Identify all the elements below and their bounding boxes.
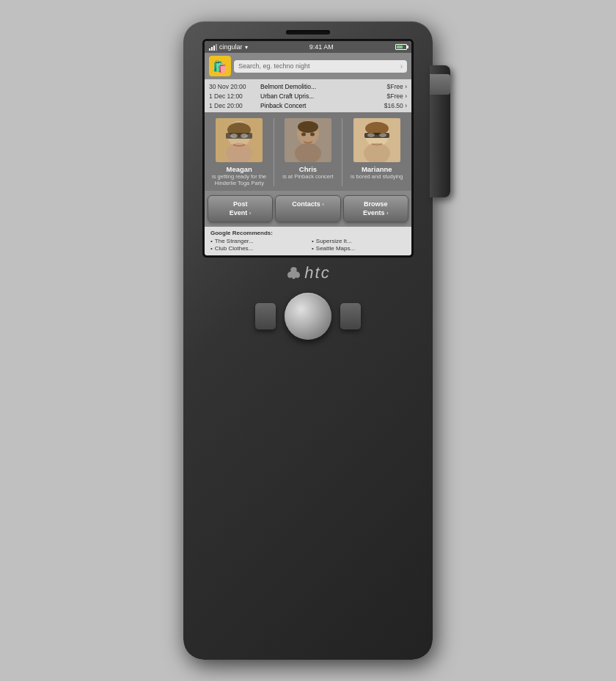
friend-name-marianne: Marianne [362, 165, 392, 173]
signal-bars-icon [209, 44, 217, 51]
avatar-meagan [216, 118, 263, 162]
svg-point-9 [298, 121, 318, 133]
flap-button[interactable] [430, 74, 450, 95]
bag-icon: 🛍️ [209, 56, 231, 76]
friends-section: Meagan is getting ready for the Hinderli… [205, 112, 411, 191]
phone-device: cingular ▾ 9:41 AM 🛍️ Search, eg. techno… [183, 21, 433, 660]
event-price: $Free › [387, 83, 407, 90]
avatar-marianne [353, 118, 400, 162]
friend-name-meagan: Meagan [227, 165, 252, 173]
google-cols: • The Stranger... • Club Clothes... • Su… [210, 238, 406, 252]
contacts-label: Contacts › [279, 200, 337, 209]
svg-rect-3 [226, 133, 252, 139]
svg-point-18 [379, 133, 386, 137]
battery-icon [395, 44, 407, 50]
htc-logo: htc [285, 263, 330, 283]
svg-point-17 [367, 133, 375, 137]
event-date: 30 Nov 20:00 [209, 83, 260, 90]
event-name: Urban Craft Upris... [260, 92, 387, 100]
nav-left-button[interactable] [255, 303, 276, 329]
svg-point-4 [230, 134, 238, 138]
event-name: Belmont Demolitio... [260, 83, 387, 90]
friend-card-chris[interactable]: Chris is at Pinback concert [279, 118, 337, 186]
google-item[interactable]: • Supersize It... [312, 238, 406, 244]
event-date: 1 Dec 20:00 [209, 102, 260, 109]
wifi-icon: ▾ [245, 44, 248, 51]
post-event-label: PostEvent › [211, 200, 269, 217]
screen-bezel: cingular ▾ 9:41 AM 🛍️ Search, eg. techno… [202, 39, 414, 258]
browse-events-label: BrowseEvents › [347, 200, 405, 217]
phone-top-area [183, 21, 433, 39]
status-bar: cingular ▾ 9:41 AM [205, 41, 411, 53]
google-section: Google Recommends: • The Stranger... • C… [205, 227, 411, 255]
phone-nav [183, 287, 433, 346]
events-list: 30 Nov 20:00 Belmont Demolitio... $Free … [205, 79, 411, 112]
friend-status-meagan: is getting ready for the Hinderlie Toga … [210, 173, 268, 186]
friend-name-chris: Chris [299, 165, 317, 173]
post-event-button[interactable]: PostEvent › [208, 195, 273, 222]
contacts-button[interactable]: Contacts › [275, 195, 340, 222]
svg-point-12 [310, 133, 315, 136]
event-date: 1 Dec 12:00 [209, 92, 260, 100]
bullet-icon: • [210, 245, 213, 252]
speaker [286, 30, 330, 34]
action-buttons: PostEvent › Contacts › BrowseEvents › [205, 191, 411, 227]
google-item[interactable]: • The Stranger... [210, 238, 304, 244]
bullet-icon: • [312, 245, 314, 252]
search-bar: 🛍️ Search, eg. techno night › [205, 53, 411, 79]
search-placeholder: Search, eg. techno night [238, 62, 310, 70]
carrier-label: cingular [219, 43, 243, 51]
search-arrow-icon: › [400, 62, 403, 70]
google-item-text: Club Clothes... [215, 245, 253, 252]
event-row[interactable]: 1 Dec 20:00 Pinback Concert $16.50 › [209, 101, 407, 110]
event-price: $Free › [387, 92, 407, 100]
google-item[interactable]: • Seattle Maps... [312, 245, 406, 252]
google-col-1: • The Stranger... • Club Clothes... [210, 238, 304, 252]
nav-center-button[interactable] [285, 293, 331, 340]
friend-status-marianne: is bored and studying [351, 173, 403, 180]
time-display: 9:41 AM [309, 43, 334, 51]
status-left: cingular ▾ [209, 43, 248, 51]
friend-status-chris: is at Pinback concert [282, 173, 333, 180]
google-item[interactable]: • Club Clothes... [210, 245, 304, 252]
svg-point-5 [241, 134, 248, 138]
friends-grid: Meagan is getting ready for the Hinderli… [208, 118, 408, 186]
search-input[interactable]: Search, eg. techno night › [234, 60, 407, 73]
phone-flap [430, 65, 450, 197]
nav-right-button[interactable] [340, 303, 361, 329]
friend-divider [342, 118, 342, 186]
event-price: $16.50 › [384, 102, 407, 109]
event-row[interactable]: 30 Nov 20:00 Belmont Demolitio... $Free … [209, 81, 407, 91]
bullet-icon: • [210, 238, 213, 244]
bullet-icon: • [312, 238, 314, 244]
friend-card-marianne[interactable]: Marianne is bored and studying [348, 118, 406, 186]
google-title: Google Recommends: [210, 230, 406, 236]
friend-divider [274, 118, 274, 186]
phone-middle: htc [183, 258, 433, 287]
brand-text: htc [304, 263, 330, 283]
google-item-text: The Stranger... [215, 238, 254, 244]
svg-point-11 [301, 133, 306, 136]
phone-screen: cingular ▾ 9:41 AM 🛍️ Search, eg. techno… [205, 41, 411, 255]
google-item-text: Supersize It... [316, 238, 352, 244]
google-item-text: Seattle Maps... [316, 245, 355, 252]
event-name: Pinback Concert [260, 102, 384, 109]
google-col-2: • Supersize It... • Seattle Maps... [312, 238, 406, 252]
event-row[interactable]: 1 Dec 12:00 Urban Craft Upris... $Free › [209, 91, 407, 101]
friend-card-meagan[interactable]: Meagan is getting ready for the Hinderli… [210, 118, 268, 186]
browse-events-button[interactable]: BrowseEvents › [343, 195, 408, 222]
avatar-chris [285, 118, 331, 162]
